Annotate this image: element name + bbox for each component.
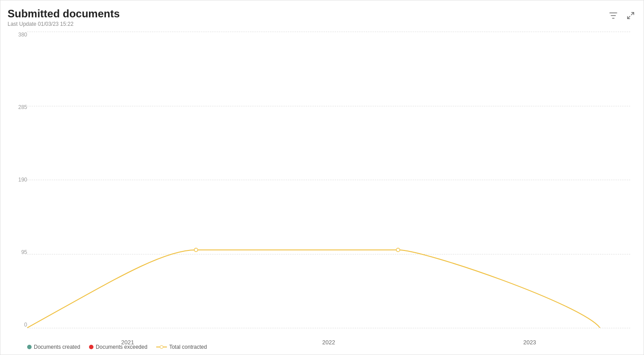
legend-item-exceeded: Documents exceeded — [89, 344, 147, 350]
legend: Documents created Documents exceeded Tot… — [27, 344, 630, 355]
filter-icon — [609, 11, 618, 20]
dashboard-widget: Submitted documents Last Update 01/03/23… — [0, 0, 644, 355]
y-label-285: 285 — [18, 104, 27, 110]
y-axis: 380 285 190 95 0 — [5, 32, 27, 328]
header-left: Submitted documents Last Update 01/03/23… — [8, 8, 120, 27]
header-actions — [607, 9, 636, 24]
legend-item-created: Documents created — [27, 344, 80, 350]
widget-header: Submitted documents Last Update 01/03/23… — [0, 0, 644, 27]
legend-label-exceeded: Documents exceeded — [96, 344, 147, 350]
expand-icon — [627, 12, 635, 20]
y-label-95: 95 — [21, 249, 27, 255]
y-label-190: 190 — [18, 177, 27, 183]
last-update: Last Update 01/03/23 15:22 — [8, 21, 120, 27]
last-update-value: 01/03/23 15:22 — [38, 21, 73, 27]
legend-label-contracted: Total contracted — [169, 344, 207, 350]
filter-button[interactable] — [607, 9, 620, 24]
legend-label-created: Documents created — [34, 344, 80, 350]
bars-container — [27, 32, 630, 328]
legend-dot-red — [89, 345, 93, 349]
expand-button[interactable] — [625, 10, 636, 24]
last-update-label: Last Update — [8, 21, 36, 27]
legend-line-yellow — [156, 347, 167, 347]
y-label-0: 0 — [24, 322, 27, 328]
legend-item-contracted: Total contracted — [156, 344, 207, 350]
grid-line-0 — [27, 328, 630, 328]
legend-dot-green — [27, 345, 32, 349]
widget-title: Submitted documents — [8, 8, 120, 20]
y-label-380: 380 — [18, 32, 27, 38]
chart-area: 380 285 190 95 0 — [0, 27, 644, 355]
